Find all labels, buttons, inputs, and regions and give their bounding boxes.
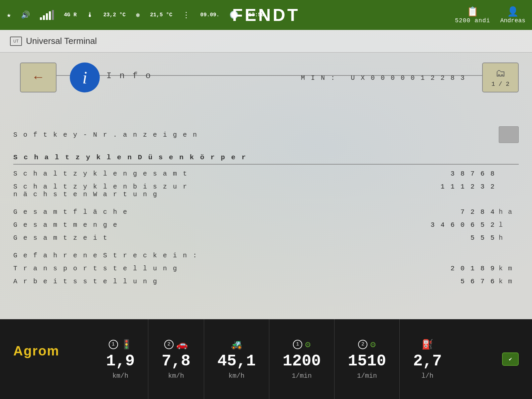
content-panel: ← i I n f o M I N : U X 0 0 0 0 0 1 2 2 …	[0, 53, 532, 72]
strecke-group: G e f a h r e n e S t r e c k e i n : T …	[13, 249, 519, 288]
machine-id-group: 📋 5200 andi	[455, 6, 490, 24]
metric-fuel: ⛽ 2,7 l/h	[400, 319, 455, 399]
row-unit-3: l	[499, 221, 519, 229]
speed1-icon: 🚦	[121, 339, 132, 350]
metric4-unit: 1/min	[292, 372, 312, 380]
network-group: 4G R	[64, 12, 76, 18]
row-value-3: 3 4 6 0 6 5 2	[429, 221, 495, 229]
temp2-value: 21,5 °C	[150, 12, 172, 18]
row-label-3: G e s a m t m e n g e	[13, 221, 429, 229]
status-green-badge: ✔	[502, 352, 519, 366]
bottom-bar: Agrom 1 🚦 1,9 km/h 2 🚗 7,8 km/h 🚜 45,1 k…	[0, 319, 532, 399]
document-icon: 📋	[467, 6, 478, 17]
softkey-label: S o f t k e y - N r . a n z e i g e n	[13, 131, 499, 139]
metric-speed1: 1 🚦 1,9 km/h	[93, 319, 148, 399]
table-row: G e s a m t m e n g e 3 4 6 0 6 5 2 l	[13, 218, 519, 231]
temp1-value: 23,2 °C	[103, 12, 126, 18]
ut-icon: UT	[10, 37, 22, 46]
min-label: M I N :	[301, 74, 336, 82]
row-label-5: G e f a h r e n e S t r e c k e i n :	[13, 252, 429, 259]
data-section: S o f t k e y - N r . a n z e i g e n S …	[0, 122, 532, 288]
row-value-6: 2 0 1 8 9	[429, 265, 495, 272]
row-unit-7: k m	[499, 278, 519, 285]
table-row: S c h a l t z y k l e n b i s z u r n ä …	[13, 180, 519, 201]
metric1-badge: 1	[109, 340, 118, 349]
metric6-unit: l/h	[422, 372, 434, 380]
network-label: 4G R	[64, 12, 76, 18]
date-value: 09.09.	[200, 12, 219, 18]
info-button[interactable]: i	[70, 63, 100, 92]
username: Andreas	[500, 17, 525, 24]
fendt-logo: FENDT	[232, 5, 300, 25]
softkey-box[interactable]	[499, 126, 519, 143]
pages-icon: 🗂	[495, 67, 505, 79]
row-unit-2: h a	[499, 208, 519, 216]
metric1-unit: km/h	[112, 372, 128, 380]
bluetooth-icon: ★	[7, 11, 11, 20]
ut-header: UT Universal Terminal	[0, 30, 532, 53]
gesamtflaeche-group: G e s a m t f l ä c h e 7 2 8 4 h a G e …	[13, 205, 519, 244]
metric5-badge: 2	[358, 340, 367, 349]
status-right: 📋 5200 andi 👤 Andreas	[455, 6, 525, 24]
metric-rpm2: 2 ⚙ 1510 1/min	[334, 319, 400, 399]
metric3-unit: km/h	[228, 372, 244, 380]
fuel-icon: ⛽	[422, 339, 433, 350]
row-label-7: A r b e i t s s t e l l u n g	[13, 278, 429, 285]
metric5-value: 1510	[348, 352, 386, 370]
cooling-icon: ❅	[136, 11, 140, 20]
min-value: U X 0 0 0 0 0 1 2 2 8 3	[351, 74, 466, 82]
metric5-unit: 1/min	[357, 372, 377, 380]
main-area: UT Universal Terminal ← i I n f o M I N …	[0, 30, 532, 319]
table-row: S c h a l t z y k l e n g e s a m t 3 8 …	[13, 167, 519, 180]
metric-speed2: 2 🚗 7,8 km/h	[148, 319, 204, 399]
temp1-group: 23,2 °C	[103, 12, 126, 18]
row-unit-6: k m	[499, 265, 519, 272]
table-row: A r b e i t s s t e l l u n g 5 6 7 6 k …	[13, 275, 519, 288]
info-label: I n f o	[106, 71, 152, 81]
row-value-4: 5 5 5	[429, 234, 495, 242]
row-unit-4: h	[499, 234, 519, 242]
row-label-1: S c h a l t z y k l e n b i s z u r n ä …	[13, 183, 429, 198]
signal-bars	[40, 10, 54, 20]
metric2-unit: km/h	[168, 372, 184, 380]
row-label-2: G e s a m t f l ä c h e	[13, 208, 429, 216]
metric-rpm1: 1 ⚙ 1200 1/min	[269, 319, 334, 399]
min-line: M I N : U X 0 0 0 0 0 1 2 2 8 3	[301, 74, 466, 82]
section-header-text: S c h a l t z y k l e n D ü s e n k ö r …	[13, 150, 519, 163]
page-indicator[interactable]: 🗂 1 / 2	[482, 63, 519, 92]
row-label-4: G e s a m t z e i t	[13, 234, 429, 242]
thermometer1-icon: 🌡	[87, 11, 93, 19]
back-button[interactable]: ←	[20, 63, 57, 92]
table-row: G e s a m t f l ä c h e 7 2 8 4 h a	[13, 205, 519, 218]
user-group: 👤 Andreas	[500, 6, 525, 24]
info-icon: i	[82, 68, 87, 87]
metric2-value: 7,8	[162, 352, 190, 370]
metric4-badge: 1	[293, 340, 302, 349]
softkey-row: S o f t k e y - N r . a n z e i g e n	[13, 122, 519, 147]
table-row: G e f a h r e n e S t r e c k e i n :	[13, 249, 519, 262]
status-bar: ★ 🔊 4G R 🌡 23,2 °C ❅ 21,5 °C ⋮ 09.09. 🕐 …	[0, 0, 532, 30]
row-value-7: 5 6 7 6	[429, 278, 495, 285]
date-group: 09.09.	[200, 12, 219, 18]
page-text: 1 / 2	[491, 81, 509, 87]
metric1-value: 1,9	[106, 352, 135, 370]
metric6-value: 2,7	[413, 352, 442, 370]
speaker-icon: 🔊	[21, 11, 30, 20]
rpm2-icon: ⚙	[370, 339, 376, 350]
speed2-icon: 🚗	[176, 339, 188, 350]
machine-id: 5200 andi	[455, 17, 490, 24]
row-value-0: 3 8 7 6 8	[429, 170, 495, 178]
back-arrow-icon: ←	[34, 70, 42, 85]
grid-icon: ⋮	[182, 10, 190, 20]
speed3-icon: 🚜	[231, 339, 242, 350]
table-row: T r a n s p o r t s t e l l u n g 2 0 1 …	[13, 262, 519, 275]
schaltzyklen-header: S c h a l t z y k l e n D ü s e n k ö r …	[13, 150, 519, 165]
metric4-value: 1200	[283, 352, 321, 370]
metric3-value: 45,1	[217, 352, 256, 370]
row-value-1: 1 1 1 2 3 2	[429, 183, 495, 191]
row-label-0: S c h a l t z y k l e n g e s a m t	[13, 170, 429, 178]
metric2-badge: 2	[164, 340, 174, 349]
universal-terminal-title: Universal Terminal	[26, 36, 97, 46]
user-icon: 👤	[507, 6, 519, 17]
row-value-2: 7 2 8 4	[429, 208, 495, 216]
